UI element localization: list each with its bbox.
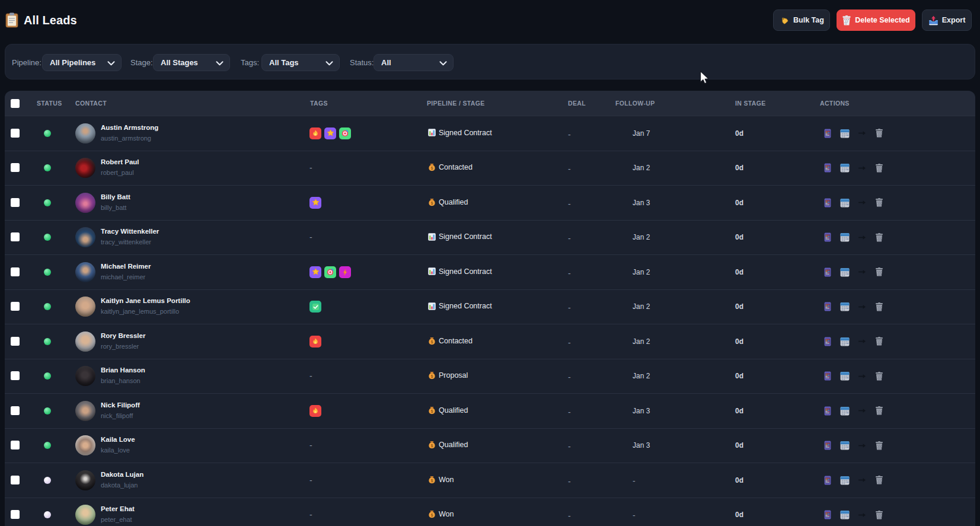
svg-text:$: $ (431, 478, 433, 483)
svg-text:$: $ (431, 513, 433, 518)
svg-text:$: $ (431, 200, 433, 205)
svg-text:$: $ (431, 409, 433, 413)
svg-text:$: $ (431, 339, 433, 344)
svg-text:$: $ (431, 374, 433, 379)
svg-text:$: $ (431, 444, 433, 448)
svg-text:$: $ (431, 166, 433, 171)
